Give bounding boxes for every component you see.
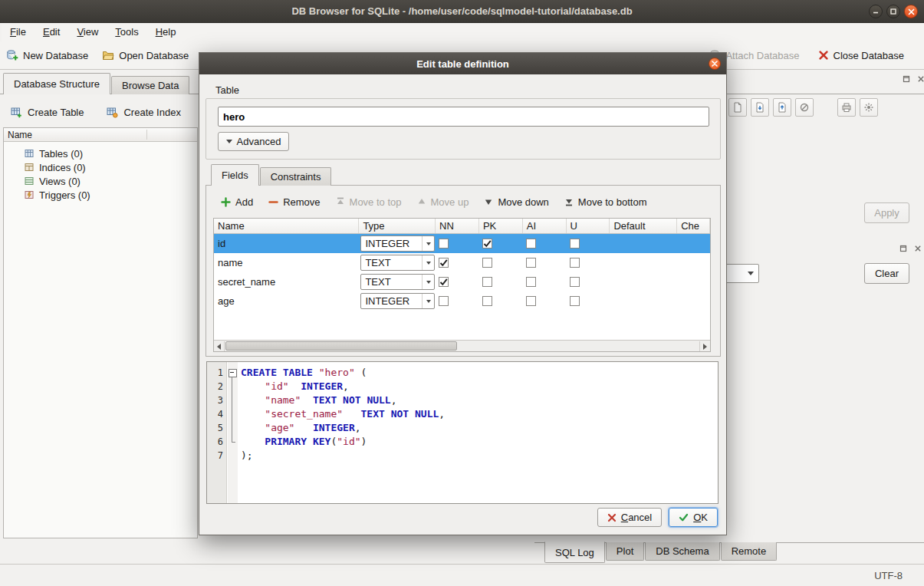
- column-header-ai[interactable]: AI: [523, 219, 567, 233]
- nn-checkbox[interactable]: [439, 296, 449, 306]
- cell-toolbar-button-print[interactable]: [837, 98, 856, 117]
- menu-tools[interactable]: Tools: [107, 23, 146, 41]
- ai-checkbox[interactable]: [526, 239, 536, 249]
- default-cell[interactable]: [610, 272, 677, 291]
- pk-checkbox[interactable]: [482, 239, 492, 249]
- field-row-age[interactable]: ageINTEGER: [214, 291, 710, 311]
- button-remove[interactable]: Remove: [268, 196, 320, 208]
- menu-file[interactable]: File: [2, 23, 35, 41]
- field-name-cell[interactable]: name: [214, 253, 359, 272]
- check-cell[interactable]: [677, 272, 710, 291]
- column-header-default[interactable]: Default: [610, 219, 677, 233]
- u-checkbox[interactable]: [570, 277, 580, 287]
- column-header-type[interactable]: Type: [359, 219, 436, 233]
- type-combobox[interactable]: TEXT: [360, 255, 435, 271]
- tree-header[interactable]: Name: [4, 128, 197, 142]
- scrollbar-thumb[interactable]: [225, 341, 457, 351]
- dock-float-icon[interactable]: [899, 244, 908, 253]
- pk-checkbox[interactable]: [482, 296, 492, 306]
- menu-view[interactable]: View: [68, 23, 107, 41]
- tree-item-triggers-0-[interactable]: Triggers (0): [4, 188, 197, 202]
- column-header-name[interactable]: Name: [214, 219, 359, 233]
- cell-toolbar-button-import[interactable]: [751, 98, 769, 117]
- default-cell[interactable]: [610, 234, 677, 253]
- tab-database-structure[interactable]: Database Structure: [3, 73, 110, 94]
- toolbar-new-database[interactable]: New Database: [6, 49, 88, 61]
- cell-toolbar-button-null[interactable]: [795, 98, 814, 117]
- toolbar-close-database[interactable]: Close Database: [818, 50, 905, 61]
- clear-button[interactable]: Clear: [864, 263, 909, 284]
- pk-checkbox[interactable]: [482, 277, 492, 287]
- dock-close-icon[interactable]: [913, 244, 922, 253]
- cell-toolbar-button-export[interactable]: [773, 98, 791, 117]
- check-cell[interactable]: [677, 234, 710, 253]
- u-checkbox[interactable]: [570, 296, 580, 306]
- fold-marker[interactable]: [227, 421, 237, 435]
- field-row-secret-name[interactable]: secret_nameTEXT: [214, 272, 710, 291]
- field-row-id[interactable]: idINTEGER: [214, 234, 710, 253]
- menu-edit[interactable]: Edit: [35, 23, 68, 41]
- scroll-right-icon[interactable]: [699, 341, 710, 351]
- field-name-cell[interactable]: id: [214, 234, 359, 253]
- advanced-button[interactable]: Advanced: [218, 132, 289, 151]
- default-cell[interactable]: [610, 253, 677, 272]
- button-add[interactable]: Add: [221, 196, 253, 208]
- dialog-tab-constraints[interactable]: Constraints: [260, 167, 332, 186]
- tree-item-views-0-[interactable]: Views (0): [4, 174, 197, 188]
- pk-checkbox[interactable]: [482, 258, 492, 268]
- dialog-close-icon[interactable]: [709, 58, 721, 70]
- ok-button[interactable]: OK: [669, 508, 718, 527]
- minimize-icon[interactable]: [869, 5, 883, 18]
- button-create-table[interactable]: Create Table: [11, 107, 84, 118]
- column-header-pk[interactable]: PK: [479, 219, 523, 233]
- table-name-input[interactable]: [218, 107, 709, 127]
- type-combobox[interactable]: TEXT: [360, 274, 435, 290]
- fold-marker[interactable]: [227, 380, 237, 393]
- bottom-tab-plot[interactable]: Plot: [606, 542, 644, 561]
- nn-checkbox[interactable]: [439, 239, 449, 249]
- tree-item-tables-0-[interactable]: Tables (0): [4, 146, 197, 160]
- check-cell[interactable]: [677, 253, 710, 272]
- fold-marker[interactable]: [227, 393, 237, 407]
- fold-marker[interactable]: [227, 366, 237, 380]
- tree-item-indices-0-[interactable]: Indices (0): [4, 160, 197, 174]
- field-name-cell[interactable]: age: [214, 291, 359, 311]
- maximize-icon[interactable]: [886, 5, 900, 18]
- default-cell[interactable]: [610, 291, 677, 311]
- close-icon[interactable]: [904, 5, 918, 18]
- column-header-che[interactable]: Che: [677, 219, 710, 233]
- ai-checkbox[interactable]: [526, 296, 536, 306]
- button-move-to-bottom[interactable]: Move to bottom: [564, 196, 647, 208]
- bottom-tab-db-schema[interactable]: DB Schema: [645, 542, 719, 561]
- field-name-cell[interactable]: secret_name: [214, 272, 359, 291]
- dialog-tab-fields[interactable]: Fields: [211, 164, 259, 186]
- fold-marker[interactable]: [227, 435, 237, 449]
- sql-editor[interactable]: 1CREATE TABLE "hero" (2 "id" INTEGER,3 "…: [206, 361, 718, 504]
- field-row-name[interactable]: nameTEXT: [214, 253, 710, 272]
- cancel-button[interactable]: Cancel: [597, 508, 662, 527]
- fold-marker[interactable]: [227, 407, 237, 421]
- ai-checkbox[interactable]: [526, 277, 536, 287]
- dock-float-icon[interactable]: [902, 74, 911, 84]
- cell-toolbar-button-settings[interactable]: [860, 98, 878, 117]
- type-combobox[interactable]: INTEGER: [360, 235, 435, 252]
- nn-checkbox[interactable]: [439, 258, 449, 268]
- scroll-left-icon[interactable]: [214, 341, 225, 351]
- toolbar-open-database[interactable]: Open Database: [102, 49, 189, 61]
- u-checkbox[interactable]: [570, 239, 580, 249]
- menu-help[interactable]: Help: [147, 23, 185, 41]
- ai-checkbox[interactable]: [526, 258, 536, 268]
- bottom-tab-sql-log[interactable]: SQL Log: [544, 542, 605, 563]
- tab-browse-data[interactable]: Browse Data: [111, 76, 189, 94]
- cell-toolbar-button-document[interactable]: [728, 98, 747, 117]
- dock-close-icon[interactable]: [916, 74, 924, 84]
- column-header-nn[interactable]: NN: [436, 219, 479, 233]
- type-combobox[interactable]: INTEGER: [360, 293, 435, 309]
- bottom-tab-remote[interactable]: Remote: [721, 542, 778, 561]
- u-checkbox[interactable]: [570, 258, 580, 268]
- column-header-u[interactable]: U: [567, 219, 610, 233]
- button-create-index[interactable]: Create Index: [107, 107, 180, 118]
- nn-checkbox[interactable]: [439, 277, 449, 287]
- check-cell[interactable]: [677, 291, 710, 311]
- button-move-down[interactable]: Move down: [484, 196, 548, 208]
